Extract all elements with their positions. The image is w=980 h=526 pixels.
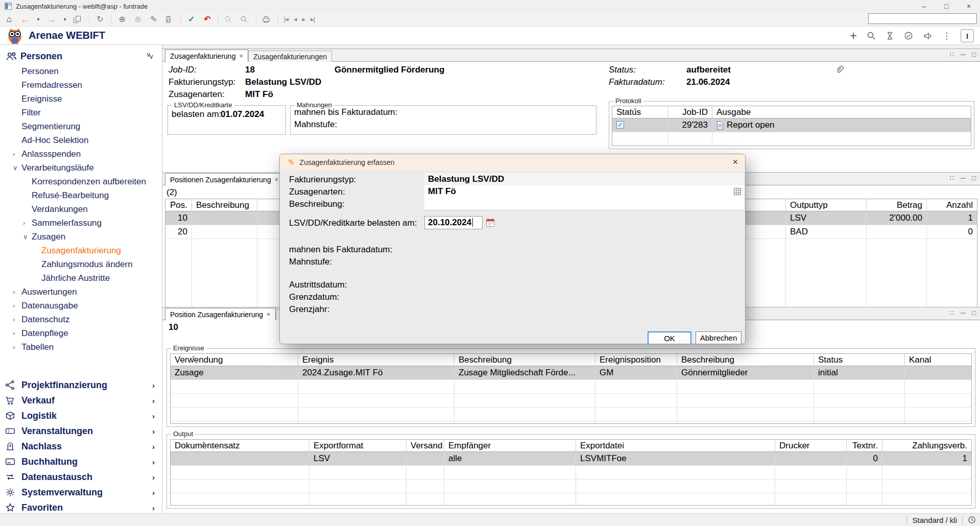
panel-drag-icon[interactable]: ∷	[950, 174, 954, 182]
ereignisse-col-kanal[interactable]: Kanal	[905, 354, 971, 366]
sidebar-module-nachlass[interactable]: Nachlass ›	[0, 439, 162, 454]
sidebar-item-adhoc-selektion[interactable]: Ad-Hoc Selektion	[0, 133, 162, 147]
sidebar-module-buchhaltung[interactable]: Buchhaltung ›	[0, 454, 162, 469]
positionen-row2-outputtyp[interactable]: BAD	[786, 225, 867, 239]
ereignisse-col-beschreibung[interactable]: Beschreibung	[455, 354, 595, 366]
sidebar-item-refuse-bearbeitung[interactable]: Refusé-Bearbeitung	[0, 188, 162, 202]
sidebar-item-datenausgabe[interactable]: ›Datenausgabe	[0, 299, 162, 313]
output-row-empfaenger[interactable]: alle	[444, 452, 576, 466]
output-col-exportdatei[interactable]: Exportdatei	[576, 440, 775, 452]
protokoll-col-status[interactable]: Status^	[612, 106, 668, 118]
panel-minimize-icon[interactable]: ─	[961, 309, 965, 317]
window-close-button[interactable]: ×	[958, 0, 980, 12]
zoom-out-icon[interactable]	[224, 15, 234, 23]
output-row-textnr[interactable]: 0	[847, 452, 882, 466]
positionen-row2-betrag[interactable]	[867, 225, 927, 239]
sidebar-item-jaehrliche-austritte[interactable]: Jährliche Austritte	[0, 271, 162, 285]
add-record-icon[interactable]: ⊕	[117, 14, 127, 25]
ereignisse-col-verwendung[interactable]: Verwendung^	[171, 354, 298, 366]
positionen-row2-pos[interactable]: 20	[165, 225, 192, 239]
cancel-button[interactable]: Abbrechen	[696, 331, 742, 344]
positionen-col-anzahl[interactable]: Anzahl	[927, 199, 977, 211]
ereignisse-row-ereignis[interactable]: 2024.Zusage.MIT Fö	[298, 366, 455, 380]
positionen-row1-betrag[interactable]: 2'000.00	[867, 211, 927, 225]
protokoll-row-ausgabe[interactable]: Report open	[712, 118, 971, 132]
sidebar-item-zahlungsmodus-aendern[interactable]: Zahlungsmodus ändern	[0, 257, 162, 271]
dialog-beschreibung-field[interactable]	[424, 198, 744, 210]
positionen-col-outputtyp[interactable]: Outputtyp	[786, 199, 867, 211]
positionen-row2-beschreibung[interactable]	[192, 225, 257, 239]
positionen-row1-anzahl[interactable]: 1	[927, 211, 977, 225]
tab-positionen-zusagenfakturierung[interactable]: Positionen Zusagenfakturierung ×	[165, 173, 283, 185]
calendar-icon[interactable]	[486, 218, 495, 227]
sidebar-module-veranstaltungen[interactable]: Veranstaltungen ›	[0, 423, 162, 439]
edit-record-icon[interactable]: ✎	[149, 14, 159, 25]
sidebar-collapse-chevron-icon[interactable]: ∨	[146, 51, 151, 58]
ereignisse-row-beschreibung[interactable]: Zusage Mitgliedschaft Förde...	[455, 366, 595, 380]
ereignisse-col-beschreibung2[interactable]: Beschreibung	[677, 354, 814, 366]
tab-close-icon[interactable]: ×	[267, 310, 271, 318]
output-row-versand[interactable]	[407, 452, 444, 466]
window-minimize-button[interactable]: –	[913, 0, 935, 12]
protokoll-col-ausgabe[interactable]: Ausgabe	[712, 106, 971, 118]
global-search-icon[interactable]	[867, 31, 876, 40]
back-icon[interactable]: ←	[20, 14, 30, 25]
sidebar-item-datenschutz[interactable]: ›Datenschutz	[0, 313, 162, 326]
output-row-zahlungsverb[interactable]: 1	[882, 452, 971, 466]
tab-zusagenfakturierung[interactable]: Zusagenfakturierung ×	[165, 50, 248, 62]
panel-maximize-icon[interactable]: □	[972, 51, 976, 59]
ereignisse-col-ereignis[interactable]: Ereignis	[298, 354, 455, 366]
positionen-col-betrag[interactable]: Betrag	[867, 199, 927, 211]
output-row-drucker[interactable]	[775, 452, 847, 466]
ereignisse-row-beschreibung2[interactable]: Gönnermitglieder	[677, 366, 814, 380]
tab-zusagenfakturierungen[interactable]: Zusagenfakturierungen	[248, 51, 332, 62]
sidebar-item-segmentierung[interactable]: Segmentierung	[0, 119, 162, 133]
sidebar-module-systemverwaltung[interactable]: Systemverwaltung ›	[0, 485, 162, 500]
output-col-textnr[interactable]: Textnr.	[847, 440, 882, 452]
sidebar-item-fremdadressen[interactable]: Fremdadressen	[0, 78, 162, 92]
output-col-dokumentensatz[interactable]: Dokumentensatz^	[171, 440, 309, 452]
sidebar-item-anlassspenden[interactable]: ›Anlassspenden	[0, 147, 162, 161]
check-circle-icon[interactable]	[904, 31, 913, 40]
tab-close-icon[interactable]: ×	[275, 176, 279, 183]
output-col-versand[interactable]: Versand	[407, 440, 444, 452]
dialog-zusagenarten-field[interactable]: MIT Fö	[424, 185, 744, 198]
new-window-icon[interactable]	[73, 15, 83, 23]
quick-search-input[interactable]	[868, 13, 977, 24]
nav-next-icon[interactable]: ▸	[302, 15, 305, 23]
clock-icon[interactable]	[968, 516, 976, 524]
sidebar-item-zusagen[interactable]: ∨Zusagen	[0, 230, 162, 244]
protokoll-row-jobid[interactable]: 29'283	[668, 118, 712, 132]
sidebar-item-zusagenfakturierung[interactable]: Zusagenfakturierung	[0, 244, 162, 257]
grid-picker-icon[interactable]	[733, 187, 742, 196]
sidebar-section-personen[interactable]: Personen ∨	[0, 48, 162, 64]
ereignisse-col-ereignisposition[interactable]: Ereignisposition	[595, 354, 677, 366]
positionen-col-beschreibung[interactable]: Beschreibung	[192, 199, 257, 211]
window-maximize-button[interactable]: □	[935, 0, 958, 12]
ereignisse-row-status[interactable]: initial	[814, 366, 905, 380]
positionen-row1-outputtyp[interactable]: LSV	[786, 211, 867, 225]
positionen-row1-pos[interactable]: 10	[165, 211, 192, 225]
sidebar-module-logistik[interactable]: Logistik ›	[0, 408, 162, 423]
nav-first-icon[interactable]: |◂	[284, 15, 288, 23]
output-col-drucker[interactable]: Drucker	[775, 440, 847, 452]
output-col-empfaenger[interactable]: Empfänger	[444, 440, 576, 452]
print-icon[interactable]	[262, 15, 272, 23]
output-row-dokumentensatz[interactable]	[171, 452, 309, 466]
sidebar-module-projektfinanzierung[interactable]: Projektfinanzierung ›	[0, 377, 162, 393]
dialog-close-icon[interactable]: ×	[732, 157, 738, 168]
positionen-row1-beschreibung[interactable]	[192, 211, 257, 225]
dialog-belasten-am-input[interactable]: 20.10.2024	[424, 216, 483, 229]
panel-minimize-icon[interactable]: ─	[961, 51, 965, 59]
panel-drag-icon[interactable]: ∷	[950, 309, 954, 317]
sidebar-item-tabellen[interactable]: ›Tabellen	[0, 340, 162, 354]
kebab-menu-icon[interactable]: ⋮	[942, 31, 951, 41]
sidebar-item-verdankungen[interactable]: Verdankungen	[0, 202, 162, 216]
undo-icon[interactable]: ↶	[202, 14, 212, 25]
forward-icon[interactable]: →	[46, 14, 57, 25]
sidebar-item-personen[interactable]: Personen	[0, 64, 162, 78]
add-icon[interactable]: +	[850, 30, 857, 41]
home-icon[interactable]: ⌂	[4, 14, 14, 25]
sidebar-item-filter[interactable]: Filter	[0, 106, 162, 119]
profile-button[interactable]: I	[961, 29, 974, 42]
